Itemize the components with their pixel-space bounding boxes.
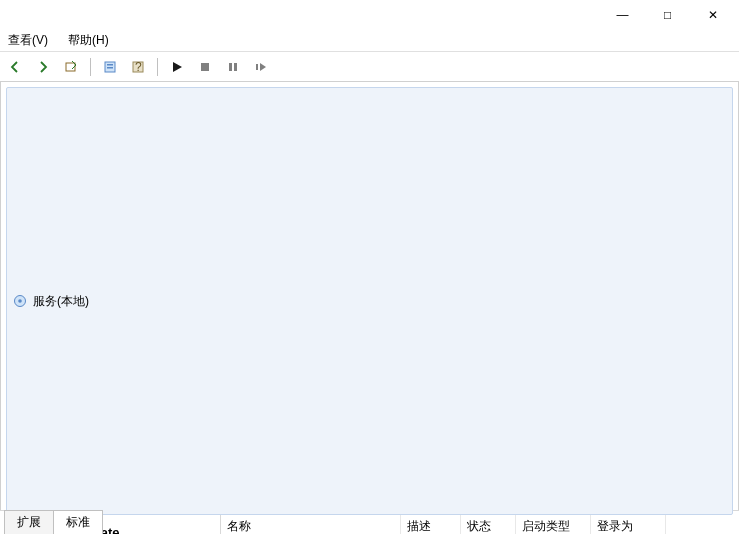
column-headers: 名称 描述 状态 启动类型 登录为 bbox=[221, 515, 738, 534]
svg-rect-3 bbox=[107, 67, 113, 69]
start-icon[interactable] bbox=[166, 57, 188, 77]
menu-bar: 查看(V) 帮助(H) bbox=[0, 30, 739, 52]
toolbar-separator bbox=[157, 58, 158, 76]
svg-rect-6 bbox=[201, 63, 209, 71]
forward-icon[interactable] bbox=[32, 57, 54, 77]
restart-icon[interactable] bbox=[250, 57, 272, 77]
column-startup[interactable]: 启动类型 bbox=[516, 515, 591, 534]
svg-rect-8 bbox=[234, 63, 237, 71]
content-area: 服务(本地) Windows Update 启动此服务 描述: 启用检测、下载和… bbox=[0, 82, 739, 510]
tree-node-label: 服务(本地) bbox=[33, 293, 89, 310]
close-button[interactable]: ✕ bbox=[690, 1, 735, 29]
menu-help[interactable]: 帮助(H) bbox=[64, 30, 113, 51]
column-desc[interactable]: 描述 bbox=[401, 515, 461, 534]
tree-node-services[interactable]: 服务(本地) bbox=[6, 87, 733, 515]
tab-standard[interactable]: 标准 bbox=[53, 510, 103, 534]
svg-rect-7 bbox=[229, 63, 232, 71]
refresh-icon[interactable]: ? bbox=[127, 57, 149, 77]
column-name[interactable]: 名称 bbox=[221, 515, 401, 534]
stop-icon[interactable] bbox=[194, 57, 216, 77]
svg-rect-2 bbox=[107, 64, 113, 66]
maximize-button[interactable]: □ bbox=[645, 1, 690, 29]
window-titlebar: — □ ✕ bbox=[0, 0, 739, 30]
toolbar: ? bbox=[0, 52, 739, 82]
properties-icon[interactable] bbox=[99, 57, 121, 77]
column-status[interactable]: 状态 bbox=[461, 515, 516, 534]
svg-text:?: ? bbox=[135, 60, 142, 74]
svg-point-11 bbox=[18, 299, 22, 303]
svg-rect-9 bbox=[256, 64, 258, 70]
gear-icon bbox=[13, 294, 27, 308]
service-list-panel: 名称 描述 状态 启动类型 登录为 Windows Error Reportin… bbox=[221, 515, 738, 534]
column-logon[interactable]: 登录为 bbox=[591, 515, 666, 534]
menu-view[interactable]: 查看(V) bbox=[4, 30, 52, 51]
export-icon[interactable] bbox=[60, 57, 82, 77]
tab-extended[interactable]: 扩展 bbox=[4, 510, 54, 534]
toolbar-separator bbox=[90, 58, 91, 76]
back-icon[interactable] bbox=[4, 57, 26, 77]
pause-icon[interactable] bbox=[222, 57, 244, 77]
minimize-button[interactable]: — bbox=[600, 1, 645, 29]
